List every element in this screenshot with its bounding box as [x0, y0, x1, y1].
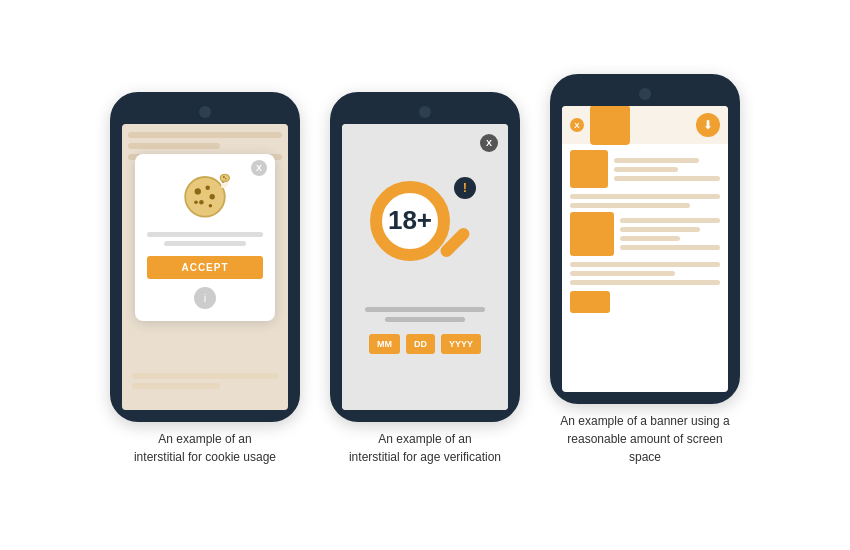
- phone1: X: [110, 92, 300, 422]
- cookie-modal-overlay: X: [122, 124, 288, 410]
- bg-line: [132, 373, 278, 379]
- banner-full-line: [570, 280, 720, 285]
- phone3-wrapper: X ⬇: [550, 74, 740, 466]
- phone2-screen: X 18+ ! MM DD YYYY: [342, 124, 508, 410]
- phone3-screen: X ⬇: [562, 106, 728, 392]
- cta-button[interactable]: [570, 291, 610, 313]
- phone2-wrapper: X 18+ ! MM DD YYYY: [330, 92, 520, 466]
- cookie-modal-box: X: [135, 154, 275, 321]
- banner-lines-group: [620, 212, 720, 256]
- phone2: X 18+ ! MM DD YYYY: [330, 92, 520, 422]
- content-thumbnail: [570, 212, 614, 256]
- phone2-notch: [419, 106, 431, 118]
- age-label: 18+: [388, 205, 432, 236]
- phone2-caption: An example of an interstitial for age ve…: [349, 430, 501, 466]
- phone1-screen: X: [122, 124, 288, 410]
- banner-lines-group: [614, 150, 720, 188]
- svg-point-0: [185, 177, 225, 217]
- phones-row: X: [110, 74, 740, 476]
- modal-line: [164, 241, 245, 246]
- banner-line: [614, 176, 720, 181]
- phone1-caption: An example of an interstitial for cookie…: [134, 430, 276, 466]
- magnify-container: 18+ !: [370, 181, 480, 291]
- banner-row1: [570, 150, 720, 188]
- svg-point-2: [205, 186, 210, 191]
- age-line: [365, 307, 485, 312]
- year-field[interactable]: YYYY: [441, 334, 481, 354]
- svg-point-1: [195, 188, 201, 194]
- phone1-wrapper: X: [110, 92, 300, 466]
- banner-line: [614, 167, 678, 172]
- cookie-icon-area: [147, 168, 263, 222]
- cookie-icon: [178, 168, 232, 222]
- svg-point-5: [209, 204, 213, 208]
- banner-close-button[interactable]: X: [570, 118, 584, 132]
- svg-point-9: [223, 176, 225, 178]
- phone3-notch: [639, 88, 651, 100]
- info-icon[interactable]: i: [194, 287, 216, 309]
- banner-line: [614, 158, 699, 163]
- date-inputs[interactable]: MM DD YYYY: [369, 334, 481, 354]
- age-modal-overlay: X 18+ ! MM DD YYYY: [342, 124, 508, 410]
- modal-lines: [147, 232, 263, 246]
- banner-full-line: [570, 262, 720, 267]
- banner-line: [620, 236, 680, 241]
- banner-row2: [570, 212, 720, 256]
- banner-full-line: [570, 271, 675, 276]
- accept-button[interactable]: ACCEPT: [147, 256, 263, 279]
- banner-content: [562, 144, 728, 319]
- phone1-notch: [199, 106, 211, 118]
- magnify-glass: 18+: [370, 181, 450, 261]
- age-line: [385, 317, 465, 322]
- download-icon[interactable]: ⬇: [696, 113, 720, 137]
- phone1-bottom-lines: [132, 373, 278, 394]
- svg-point-4: [199, 200, 204, 205]
- banner-line: [620, 218, 720, 223]
- svg-point-10: [225, 178, 226, 179]
- banner-header: X ⬇: [562, 106, 728, 144]
- svg-point-8: [220, 174, 229, 181]
- banner-full-line: [570, 203, 690, 208]
- modal-close-button[interactable]: X: [251, 160, 267, 176]
- warning-badge: !: [454, 177, 476, 199]
- day-field[interactable]: DD: [406, 334, 435, 354]
- banner-line: [620, 227, 700, 232]
- month-field[interactable]: MM: [369, 334, 400, 354]
- svg-point-6: [194, 200, 198, 204]
- banner-image: [590, 106, 630, 145]
- age-modal-close[interactable]: X: [480, 134, 498, 152]
- content-thumbnail: [570, 150, 608, 188]
- phone3-caption: An example of a banner using a reasonabl…: [558, 412, 733, 466]
- modal-line: [147, 232, 263, 237]
- banner-full-line: [570, 194, 720, 199]
- bg-line: [132, 383, 220, 389]
- phone3: X ⬇: [550, 74, 740, 404]
- svg-point-3: [210, 194, 215, 199]
- age-lines: [365, 307, 485, 322]
- banner-line: [620, 245, 720, 250]
